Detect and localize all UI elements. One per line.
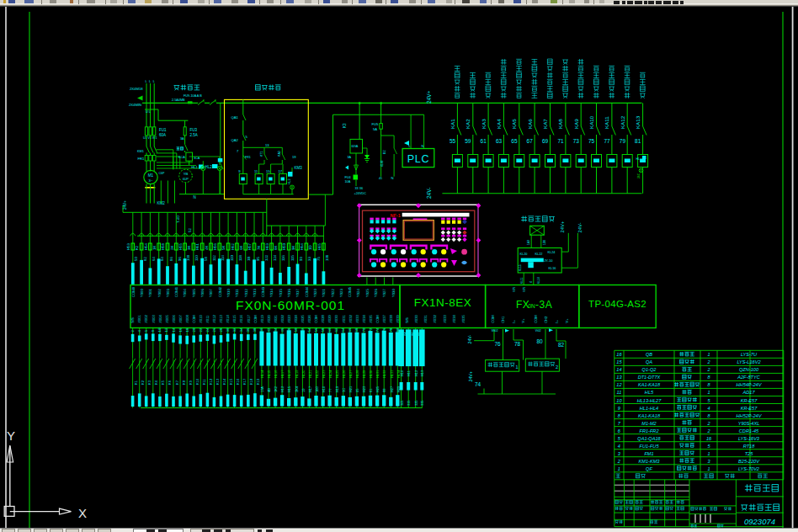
svg-text:H19: H19 [335,386,339,392]
svg-text:KA4: KA4 [496,119,502,129]
svg-text:Y015: Y015 [279,289,283,297]
svg-text:2: 2 [617,459,621,464]
svg-text:X039: X039 [396,315,400,323]
svg-text:K6: K6 [168,380,172,385]
svg-text:QA2: QA2 [231,138,239,142]
svg-text:7: 7 [618,421,621,426]
svg-text:K7: K7 [175,380,179,385]
svg-text:HL20: HL20 [301,370,306,378]
svg-text:KA12: KA12 [620,115,625,129]
svg-text:K14: K14 [222,378,226,385]
svg-text:KA3: KA3 [278,151,281,157]
svg-text:8K: 8K [274,246,278,250]
svg-text:X030: X030 [335,315,339,323]
svg-text:95: 95 [256,257,260,261]
svg-text:X038: X038 [389,315,393,323]
svg-text:X013: X013 [219,315,223,323]
svg-text:K9: K9 [189,380,193,385]
svg-text:K16: K16 [236,378,240,385]
svg-text:69: 69 [542,138,549,144]
svg-text:79: 79 [620,138,626,144]
svg-text:122: 122 [264,254,269,261]
svg-text:55: 55 [450,138,456,144]
svg-text:Y017: Y017 [295,289,300,297]
svg-text:H56: H56 [213,243,217,250]
svg-text:0923074: 0923074 [744,517,775,526]
svg-text:COM: COM [314,315,318,322]
svg-text:63: 63 [496,138,503,144]
svg-text:X033: X033 [443,315,447,323]
svg-text:2: 2 [556,364,558,370]
svg-text:H65: H65 [317,243,322,250]
svg-text:Y001: Y001 [148,289,152,297]
svg-text:2X4M18: 2X4M18 [130,87,143,91]
svg-text:Y022: Y022 [331,289,335,297]
svg-text:3~: 3~ [149,178,153,183]
svg-text:X001: X001 [138,315,142,323]
svg-text:KA1: KA1 [450,119,455,129]
svg-text:COM: COM [192,315,196,322]
svg-text:33: 33 [307,257,311,261]
svg-text:CH1: CH1 [501,316,505,323]
svg-text:Y012: Y012 [244,289,248,297]
svg-text:N: N [391,176,394,180]
svg-text:HL13-HL27: HL13-HL27 [637,398,662,403]
svg-text:I+: I+ [512,320,516,323]
svg-text:17: 17 [279,169,283,173]
svg-text:13: 13 [265,143,269,147]
svg-text:1: 1 [516,364,519,370]
svg-text:KA8: KA8 [557,119,563,129]
svg-text:HL3: HL3 [288,178,291,184]
svg-text:KL24: KL24 [548,251,556,254]
svg-text:HL28: HL28 [355,370,359,378]
svg-text:HL30: HL30 [369,370,373,378]
svg-text:KA5: KA5 [511,119,517,129]
svg-text:305: 305 [400,401,404,407]
svg-text:11: 11 [616,390,621,395]
svg-text:5: 5 [618,436,621,441]
svg-text:Y011: Y011 [235,289,239,297]
svg-text:12: 12 [616,382,622,387]
svg-text:FU5: FU5 [372,122,380,126]
svg-text:70: 70 [362,327,366,332]
svg-text:H10: H10 [322,386,326,392]
svg-text:325: 325 [414,401,418,407]
svg-text:3A: 3A [180,137,184,141]
svg-text:1: 1 [707,390,710,395]
svg-text:HL26: HL26 [342,370,346,378]
svg-text:M1-M2: M1-M2 [641,421,657,426]
svg-text:93: 93 [299,257,303,261]
svg-text:HL17: HL17 [280,370,285,378]
svg-text:COM: COM [253,315,258,322]
svg-text:32: 32 [232,327,237,332]
svg-text:05: 05 [355,389,359,392]
svg-text:16: 16 [706,436,712,441]
svg-text:8: 8 [618,413,621,418]
svg-text:LYS-7U: LYS-7U [741,352,758,357]
svg-text:61: 61 [369,389,373,392]
svg-text:K2: K2 [135,245,139,250]
svg-text:HL22: HL22 [315,370,319,378]
svg-text:75: 75 [317,257,321,261]
svg-text:X014: X014 [226,315,230,323]
svg-text:9K: 9K [291,246,295,250]
svg-text:B2: B2 [383,150,386,154]
svg-text:Y030: Y030 [391,289,396,297]
svg-text:X011: X011 [205,315,210,323]
svg-text:FM1: FM1 [644,451,653,456]
svg-text:HL33: HL33 [390,370,394,378]
svg-text:Vt02: Vt02 [535,329,541,332]
svg-text:24V+: 24V+ [560,221,565,232]
svg-text:1: 1 [707,466,710,471]
svg-text:59: 59 [465,138,471,144]
svg-text:65: 65 [511,138,518,144]
svg-text:KM1-KM3: KM1-KM3 [639,459,661,464]
svg-text:X025: X025 [301,315,305,323]
svg-text:Y026: Y026 [374,289,378,297]
svg-text:X030: X030 [414,315,418,323]
svg-text:X006: X006 [172,315,176,323]
svg-text:HL1-HL4: HL1-HL4 [640,406,658,411]
svg-text:24V-: 24V- [426,188,432,199]
svg-text:H27: H27 [390,386,394,392]
svg-text:FR1-FR2: FR1-FR2 [640,428,660,434]
